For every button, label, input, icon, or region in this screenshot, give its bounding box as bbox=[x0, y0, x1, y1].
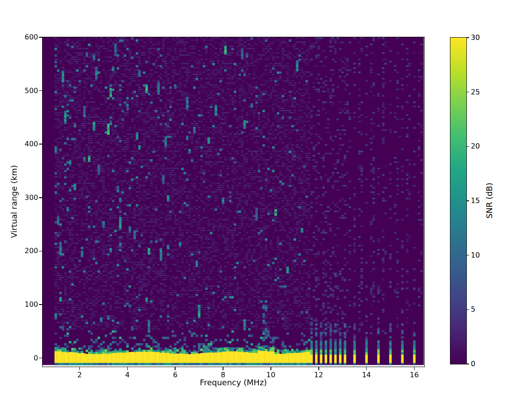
colorbar-frame bbox=[450, 37, 467, 364]
y-tick-label: 600 bbox=[17, 33, 38, 42]
y-tick-mark bbox=[39, 197, 42, 198]
colorbar-tick-mark bbox=[467, 364, 469, 364]
x-tick-mark bbox=[175, 367, 176, 370]
y-tick-mark bbox=[39, 358, 42, 359]
colorbar-tick-mark bbox=[467, 255, 469, 255]
colorbar-tick-label: 5 bbox=[471, 305, 490, 314]
y-tick-mark bbox=[39, 144, 42, 145]
plot-frame bbox=[42, 37, 425, 367]
y-tick-label: 100 bbox=[17, 300, 38, 309]
colorbar-tick-label: 20 bbox=[471, 142, 490, 151]
colorbar-tick-mark bbox=[467, 146, 469, 147]
colorbar-tick-label: 30 bbox=[471, 33, 490, 42]
y-tick-mark bbox=[39, 37, 42, 38]
colorbar-tick-mark bbox=[467, 309, 469, 310]
colorbar-tick-label: 0 bbox=[471, 360, 490, 368]
colorbar-tick-mark bbox=[467, 37, 469, 38]
y-tick-mark bbox=[39, 90, 42, 91]
colorbar-label: SNR (dB) bbox=[485, 156, 494, 245]
y-tick-label: 300 bbox=[17, 193, 38, 202]
y-tick-label: 400 bbox=[17, 140, 38, 149]
colorbar-tick-label: 25 bbox=[471, 88, 490, 97]
x-tick-mark bbox=[318, 367, 319, 370]
y-tick-mark bbox=[39, 251, 42, 252]
x-tick-mark bbox=[270, 367, 271, 370]
colorbar-tick-mark bbox=[467, 200, 469, 201]
x-tick-mark bbox=[414, 367, 415, 370]
ionogram-figure: IRF Uppsala SDR Ionosonde UP158 2026-03-… bbox=[0, 0, 532, 399]
x-tick-mark bbox=[127, 367, 128, 370]
y-tick-label: 200 bbox=[17, 246, 38, 255]
x-tick-mark bbox=[79, 367, 80, 370]
x-tick-mark bbox=[366, 367, 367, 370]
x-axis-label: Frequency (MHz) bbox=[43, 378, 424, 387]
colorbar-tick-mark bbox=[467, 92, 469, 92]
y-axis-label: Virtual range (km) bbox=[9, 157, 19, 246]
y-tick-label: 0 bbox=[17, 354, 38, 363]
x-tick-mark bbox=[223, 367, 223, 370]
y-tick-mark bbox=[39, 304, 42, 305]
y-tick-label: 500 bbox=[17, 86, 38, 95]
colorbar-tick-label: 10 bbox=[471, 251, 490, 260]
